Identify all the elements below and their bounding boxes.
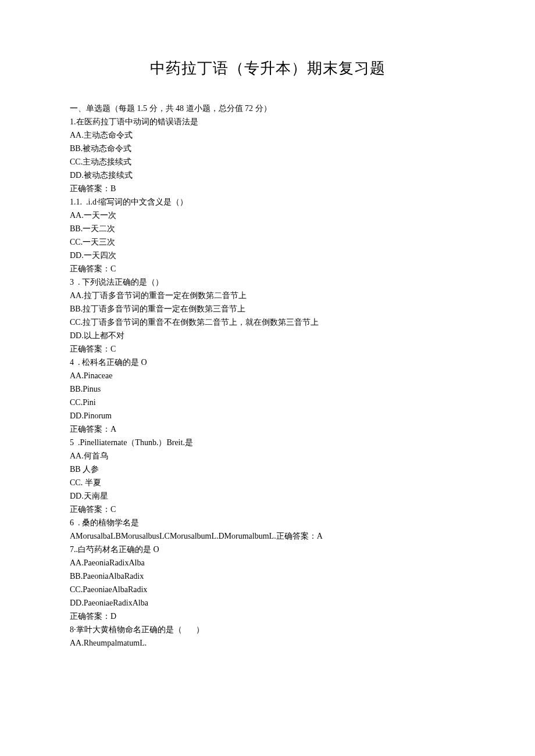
- text-line: CC. 半夏: [70, 476, 465, 489]
- text-line: CC.Pini: [70, 396, 465, 409]
- text-line: CC.PaeoniaeAlbaRadix: [70, 583, 465, 596]
- text-line: DD.以上都不对: [70, 329, 465, 342]
- text-line: 6 . 桑的植物学名是: [70, 516, 465, 529]
- text-line: 正确答案：D: [70, 610, 465, 623]
- text-line: DD.被动态接续式: [70, 169, 465, 182]
- text-line: AMorusalbaLBMorusalbusLCMorusalbumL.DMor…: [70, 529, 465, 543]
- text-line: AA.RheumpalmatumL.: [70, 636, 465, 650]
- text-line: CC.一天三次: [70, 235, 465, 249]
- text-line: CC.主动态接续式: [70, 155, 465, 169]
- text-line: 正确答案：B: [70, 182, 465, 195]
- text-line: 8·掌叶大黄植物命名正确的是（ ）: [70, 623, 465, 636]
- text-line: BB.PaeoniaAlbaRadix: [70, 569, 465, 583]
- text-line: BB.拉丁语多音节词的重音一定在倒数第三音节上: [70, 302, 465, 316]
- text-line: AA.主动态命令式: [70, 128, 465, 142]
- text-line: 1.在医药拉丁语中动词的错误语法是: [70, 115, 465, 128]
- text-line: DD.天南星: [70, 489, 465, 503]
- document-page: 中药拉丁语（专升本）期末复习题 一、单选题（每题 1.5 分，共 48 道小题，…: [0, 0, 535, 685]
- text-line: 正确答案：C: [70, 342, 465, 356]
- text-line: AA.PaeoniaRadixAlba: [70, 556, 465, 569]
- text-line: DD.Pinorum: [70, 409, 465, 422]
- text-line: DD.一天四次: [70, 249, 465, 262]
- text-line: DD.PaeoniaeRadixAlba: [70, 596, 465, 610]
- text-line: 4 . 松科名正确的是 O: [70, 356, 465, 369]
- text-line: 正确答案：A: [70, 422, 465, 436]
- document-body: 1.在医药拉丁语中动词的错误语法是AA.主动态命令式BB.被动态命令式CC.主动…: [70, 115, 465, 650]
- text-line: BB.被动态命令式: [70, 142, 465, 155]
- text-line: 7..白芍药材名正确的是 O: [70, 543, 465, 556]
- text-line: AA.拉丁语多音节词的重音一定在倒数第二音节上: [70, 289, 465, 302]
- text-line: 3 . 下列说法正确的是（）: [70, 275, 465, 289]
- text-line: AA.何首乌: [70, 449, 465, 463]
- text-line: AA.Pinaceae: [70, 369, 465, 382]
- text-line: 5 .Pinelliaternate（Thunb.）Breit.是: [70, 436, 465, 449]
- document-title: 中药拉丁语（专升本）期末复习题: [70, 58, 465, 78]
- text-line: BB 人参: [70, 463, 465, 476]
- text-line: BB.一天二次: [70, 222, 465, 235]
- text-line: 正确答案：C: [70, 262, 465, 275]
- text-line: AA.一天一次: [70, 209, 465, 222]
- text-line: CC.拉丁语多音节词的重音不在倒数第二音节上，就在倒数第三音节上: [70, 316, 465, 329]
- text-line: 1.1. .i.d·缩写词的中文含义是（）: [70, 195, 465, 209]
- text-line: 正确答案：C: [70, 503, 465, 516]
- section-header: 一、单选题（每题 1.5 分，共 48 道小题，总分值 72 分）: [70, 102, 465, 115]
- text-line: BB.Pinus: [70, 382, 465, 396]
